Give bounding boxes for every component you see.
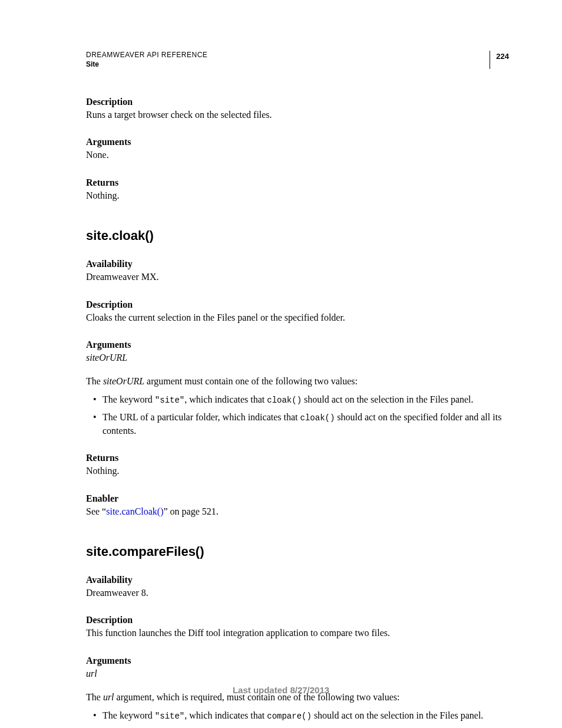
text-fragment: The keyword bbox=[103, 394, 155, 404]
enabler-link[interactable]: site.canCloak() bbox=[106, 506, 163, 516]
header-left: DREAMWEAVER API REFERENCE Site bbox=[86, 51, 509, 68]
description-text: Runs a target browser check on the selec… bbox=[86, 108, 509, 121]
enabler-label: Enabler bbox=[86, 493, 509, 504]
returns-text: Nothing. bbox=[86, 189, 509, 202]
text-fragment: ” on page 521. bbox=[164, 506, 219, 516]
enabler-text: See “site.canCloak()” on page 521. bbox=[86, 505, 509, 518]
text-fragment: , which indicates that bbox=[184, 394, 267, 404]
arguments-text: None. bbox=[86, 149, 509, 162]
arguments-list: The keyword "site", which indicates that… bbox=[86, 709, 509, 728]
code-literal: "site" bbox=[155, 396, 184, 405]
param-name: siteOrURL bbox=[103, 376, 144, 386]
text-fragment: should act on the selection in the Files… bbox=[302, 394, 474, 404]
text-fragment: The URL of a particular folder, which in… bbox=[103, 412, 300, 422]
arguments-param: siteOrURL bbox=[86, 351, 509, 364]
function-heading-cloak: site.cloak() bbox=[86, 228, 509, 243]
text-fragment: , which indicates that bbox=[184, 710, 267, 720]
description-text: This function launches the Diff tool int… bbox=[86, 627, 509, 640]
code-literal: "site" bbox=[155, 711, 184, 721]
availability-label: Availability bbox=[86, 259, 509, 269]
returns-text: Nothing. bbox=[86, 465, 509, 477]
returns-label: Returns bbox=[86, 453, 509, 463]
arguments-intro: The siteOrURL argument must contain one … bbox=[86, 375, 509, 388]
availability-label: Availability bbox=[86, 575, 509, 585]
description-text: Cloaks the current selection in the File… bbox=[86, 311, 509, 324]
code-literal: cloak() bbox=[267, 396, 302, 405]
doc-section: Site bbox=[86, 60, 509, 68]
description-label: Description bbox=[86, 97, 509, 107]
description-label: Description bbox=[86, 299, 509, 310]
returns-label: Returns bbox=[86, 177, 509, 188]
list-item: The URL of a particular folder, which in… bbox=[86, 411, 509, 437]
doc-title: DREAMWEAVER API REFERENCE bbox=[86, 51, 509, 59]
page-header: DREAMWEAVER API REFERENCE Site 224 bbox=[86, 51, 509, 68]
arguments-label: Arguments bbox=[86, 340, 509, 350]
arguments-param: url bbox=[86, 667, 509, 680]
list-item: The keyword "site", which indicates that… bbox=[86, 393, 509, 407]
text-fragment: The bbox=[86, 376, 103, 386]
availability-text: Dreamweaver 8. bbox=[86, 587, 509, 599]
availability-text: Dreamweaver MX. bbox=[86, 271, 509, 284]
description-label: Description bbox=[86, 615, 509, 625]
function-heading-comparefiles: site.compareFiles() bbox=[86, 544, 509, 559]
page-content: DREAMWEAVER API REFERENCE Site 224 Descr… bbox=[0, 0, 562, 728]
text-fragment: See “ bbox=[86, 506, 106, 516]
page-footer: Last updated 8/27/2013 bbox=[0, 685, 562, 695]
arguments-label: Arguments bbox=[86, 137, 509, 147]
text-fragment: The keyword bbox=[103, 710, 155, 720]
arguments-label: Arguments bbox=[86, 655, 509, 666]
list-item: The keyword "site", which indicates that… bbox=[86, 709, 509, 723]
text-fragment: argument must contain one of the followi… bbox=[144, 376, 358, 386]
code-literal: cloak() bbox=[300, 413, 335, 423]
page-number: 224 bbox=[490, 51, 509, 69]
code-literal: compare() bbox=[267, 711, 312, 721]
text-fragment: should act on the selection in the Files… bbox=[312, 710, 484, 720]
arguments-list: The keyword "site", which indicates that… bbox=[86, 393, 509, 438]
